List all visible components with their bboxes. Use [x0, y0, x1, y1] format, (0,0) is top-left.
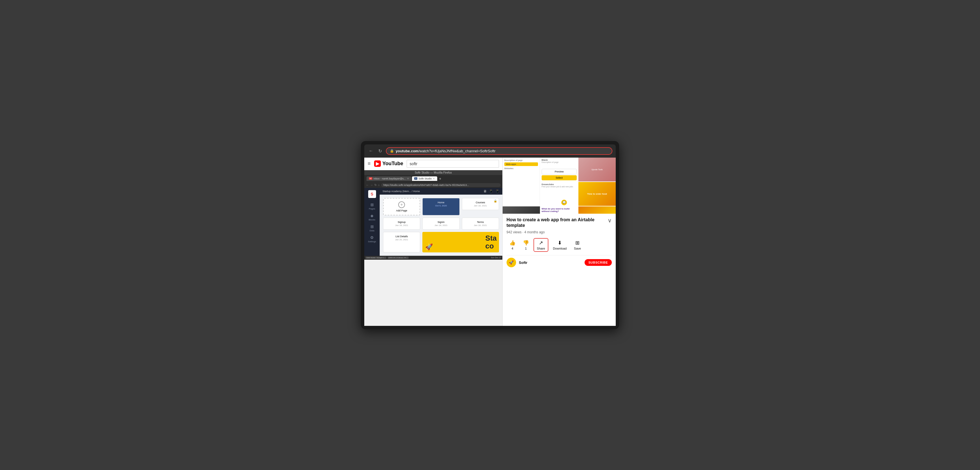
- tablet-icon[interactable]: 📱: [489, 189, 493, 193]
- softr-pages-grid: + Add Page Home Oct 5, 2020: [380, 195, 502, 256]
- blank-template-desc: Description of page: [542, 161, 558, 163]
- pages-icon: ⊞: [371, 202, 374, 207]
- left-panel: ≡ ▶ YouTube Softr Studio — Mozilla Firef…: [364, 157, 503, 326]
- template-card-ecommerce[interactable]: [578, 206, 616, 214]
- subscribe-button[interactable]: SUBSCRIBE: [585, 259, 612, 266]
- video-title: How to create a web app from an Airtable…: [507, 217, 605, 229]
- dislike-count: 1: [525, 247, 527, 250]
- terms-page-card[interactable]: Terms Jan 18, 2021: [462, 218, 499, 230]
- sidebar-blocks-label: Blocks: [369, 218, 375, 221]
- signin-page-date: Jan 18, 2021: [425, 224, 456, 227]
- taskbar-item-softr[interactable]: Softr Studio - Google C...: [365, 257, 387, 259]
- share-label: Share: [537, 247, 545, 250]
- address-bar-text[interactable]: youtube.com/watch?v=fUjaNsJNfNw&ab_chann…: [396, 149, 608, 153]
- save-button[interactable]: ⊞ Save: [571, 238, 584, 252]
- inner-reload-icon[interactable]: ↻: [374, 183, 377, 186]
- courses-page-card[interactable]: 🔒 Courses Jan 18, 2021: [462, 198, 499, 210]
- courses-page-title: Courses: [465, 201, 496, 204]
- inner-browser: Softr Studio — Mozilla Firefox M Inbox -…: [364, 170, 502, 326]
- template-card-food[interactable]: Time to order food: [578, 182, 616, 206]
- inner-back-icon[interactable]: ←: [366, 183, 369, 186]
- template-card-builder[interactable]: What do you want to build without coding…: [541, 206, 578, 214]
- gmail-tab-icon: M: [369, 177, 372, 180]
- sidebar-settings-label: Settings: [368, 240, 376, 243]
- preview-button[interactable]: Preview: [542, 169, 577, 175]
- select-button[interactable]: Select: [542, 175, 577, 180]
- video-time-ago: 4 months ago: [524, 230, 545, 234]
- softr-tab-close[interactable]: ✕: [433, 177, 435, 180]
- browser-content: ≡ ▶ YouTube Softr Studio — Mozilla Firef…: [364, 157, 616, 326]
- youtube-play-icon: ▶: [374, 160, 381, 167]
- inner-home-icon[interactable]: ⌂: [378, 183, 380, 186]
- inner-url-text[interactable]: https://studio.softr.io/applications/684…: [381, 183, 501, 187]
- softr-logo[interactable]: S: [368, 190, 376, 198]
- add-page-icon: +: [398, 202, 405, 208]
- share-icon: ↗: [539, 240, 543, 246]
- reload-button[interactable]: ↻: [377, 148, 383, 154]
- address-bar-container: 🔒 youtube.com/watch?v=fUjaNsJNfNw&ab_cha…: [386, 147, 612, 155]
- gmail-tab-label: Inbox - narek.baydayan@s...: [374, 177, 406, 180]
- softr-sidebar: S ⊞ Pages ◈ Blocks ⊞ Data: [364, 188, 380, 256]
- sidebar-item-blocks[interactable]: ◈ Blocks: [366, 212, 378, 222]
- chat-bubble-icon[interactable]: 💬: [561, 200, 567, 205]
- youtube-logo[interactable]: ▶ YouTube: [374, 160, 403, 167]
- dreamjobs-template-desc: Find your dream job & add new jobs: [542, 186, 573, 187]
- inner-forward-icon[interactable]: →: [370, 183, 373, 186]
- dislike-button[interactable]: 👎 1: [520, 238, 532, 252]
- builder-template-label: What do you want to build without coding…: [542, 208, 577, 213]
- desktop-icon[interactable]: 🖥: [483, 189, 487, 193]
- like-button[interactable]: 👍 4: [507, 238, 519, 252]
- sidebar-item-settings[interactable]: ⚙ Settings: [366, 234, 378, 244]
- youtube-logo-text: YouTube: [382, 161, 403, 167]
- download-label: Download: [553, 247, 566, 250]
- rocket-emoji: 🚀: [425, 243, 433, 251]
- add-page-card[interactable]: + Add Page: [383, 198, 420, 215]
- channel-row: 🚀 Softr SUBSCRIBE: [507, 255, 612, 267]
- channel-name[interactable]: Softr: [519, 260, 527, 265]
- signin-page-card[interactable]: Signin Jan 18, 2021: [422, 218, 460, 230]
- signup-page-card[interactable]: Signup Jan 18, 2021: [383, 218, 420, 230]
- websites-item[interactable]: Websites: [504, 167, 538, 170]
- channel-avatar[interactable]: 🚀: [507, 258, 516, 267]
- template-card-fashion[interactable]: [503, 206, 540, 214]
- youtube-header: ≡ ▶ YouTube: [364, 157, 502, 170]
- sidebar-pages-label: Pages: [369, 208, 375, 210]
- sidebar-item-pages[interactable]: ⊞ Pages: [366, 202, 378, 211]
- save-label: Save: [574, 247, 581, 250]
- template-card-dreamjobs[interactable]: DreamJobs Find your dream job & add new …: [541, 182, 578, 206]
- download-button[interactable]: ⬇ Download: [550, 238, 570, 252]
- right-panel: Description of page Web-apps Websites Bl…: [503, 157, 616, 326]
- mobile-icon[interactable]: 📱: [495, 189, 500, 193]
- hamburger-icon[interactable]: ≡: [368, 161, 371, 167]
- video-views: 942 views: [507, 230, 522, 234]
- inner-tab-gmail[interactable]: M Inbox - narek.baydayan@s... ✕: [366, 176, 411, 181]
- save-icon: ⊞: [575, 240, 579, 246]
- new-tab-button[interactable]: +: [438, 176, 442, 181]
- inner-tabs: M Inbox - narek.baydayan@s... ✕ S Softr …: [366, 176, 442, 181]
- blocks-icon: ◈: [371, 213, 374, 218]
- upvote-template-label: Upvote Tools: [591, 168, 603, 170]
- thumbs-down-icon: 👎: [523, 240, 529, 246]
- categories-title: Description of page: [504, 159, 538, 161]
- template-card-upvote[interactable]: Upvote Tools: [578, 157, 616, 181]
- inner-browser-chrome: M Inbox - narek.baydayan@s... ✕ S Softr …: [364, 175, 502, 182]
- share-button[interactable]: ↗ Share: [533, 238, 548, 252]
- collapse-icon[interactable]: ∨: [608, 217, 612, 224]
- list-details-page-card[interactable]: List Details Jan 20, 2021: [383, 232, 420, 252]
- signup-page-title: Signup: [386, 221, 417, 224]
- inner-tab-softr[interactable]: S Softr Studio ✕: [412, 176, 437, 181]
- taskbar: Softr Studio - Google C... [OBS 26.1.0 (…: [364, 256, 502, 260]
- taskbar-item-obs[interactable]: [OBS 26.1.0 (linux) - Pr...: [388, 257, 409, 259]
- template-card-blank[interactable]: Blank Description of page Preview Select: [541, 157, 578, 181]
- gmail-tab-close[interactable]: ✕: [407, 177, 409, 180]
- video-actions: 👍 4 👎 1 ↗ Share ⬇ Download: [507, 238, 612, 252]
- sidebar-item-data[interactable]: ⊞ Data: [366, 223, 378, 233]
- categories-panel: Description of page Web-apps Websites: [503, 157, 540, 206]
- softr-content-body: Startup Academy (Mem... / Home 🖥 📱 📱: [380, 188, 502, 256]
- back-button[interactable]: ←: [368, 148, 374, 154]
- web-apps-badge[interactable]: Web-apps: [504, 162, 538, 166]
- softr-tab-icon: S: [414, 177, 417, 180]
- youtube-search-input[interactable]: [407, 160, 499, 168]
- home-page-card[interactable]: Home Oct 5, 2020: [422, 198, 460, 215]
- softr-topbar: Startup Academy (Mem... / Home 🖥 📱 📱: [380, 188, 502, 195]
